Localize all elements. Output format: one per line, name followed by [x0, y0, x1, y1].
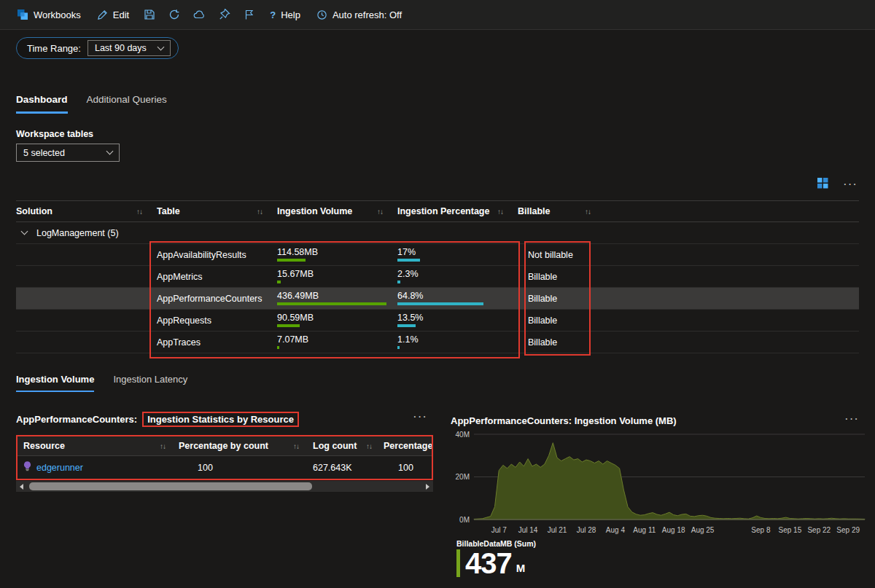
resource-link[interactable]: edgerunner: [36, 463, 83, 473]
more-menu-icon[interactable]: ···: [843, 181, 858, 188]
percentage-bar: [397, 346, 400, 349]
percentage-cell: 2.3%: [397, 266, 518, 287]
grid-icon[interactable]: [817, 178, 828, 191]
time-range-select[interactable]: Last 90 days: [88, 40, 171, 56]
log-count-cell: 627.643K: [306, 463, 382, 473]
ingestion-table: Solution ↑↓ Table ↑↓ Ingestion Volume ↑↓…: [16, 200, 859, 353]
pin-button[interactable]: [212, 0, 237, 29]
volume-panel-title: AppPerformanceCounters: Ingestion Volume…: [451, 415, 677, 426]
sort-icon[interactable]: ↑↓: [293, 442, 299, 450]
resource-title-highlight: Ingestion Statistics by Resource: [142, 412, 299, 427]
chart-legend: BillableDataMB (Sum) 437 M: [456, 539, 536, 577]
column-log-count[interactable]: Log count ↑↓: [306, 436, 382, 455]
solution-cell: [16, 288, 157, 309]
svg-text:Aug 25: Aug 25: [691, 526, 715, 534]
more-menu-icon[interactable]: ···: [413, 413, 427, 420]
workspace-tables-select[interactable]: 5 selected: [16, 144, 120, 162]
auto-refresh-button[interactable]: Auto refresh: Off: [308, 0, 410, 29]
sort-icon[interactable]: ↑↓: [377, 208, 383, 216]
sort-icon[interactable]: ↑↓: [160, 442, 166, 450]
table-row[interactable]: AppPerformanceCounters436.49MB64.8%Billa…: [16, 288, 859, 310]
more-menu-icon[interactable]: ···: [844, 415, 859, 423]
svg-text:Aug 11: Aug 11: [633, 526, 656, 534]
sort-icon[interactable]: ↑↓: [257, 208, 262, 216]
chevron-down-icon: [157, 43, 164, 50]
help-label: Help: [281, 9, 300, 20]
ingestion-table-body: AppAvailabilityResults114.58MB17%Not bil…: [16, 244, 859, 353]
resource-table: Resource ↑↓ Percentage by count ↑↓ Log c…: [16, 435, 433, 480]
tab-additional-queries[interactable]: Additional Queries: [87, 94, 167, 114]
table-name-cell: AppRequests: [157, 310, 277, 331]
refresh-button[interactable]: [162, 0, 187, 29]
scrollbar-thumb[interactable]: [29, 482, 312, 490]
section-tabs: Ingestion Volume Ingestion Latency: [16, 374, 187, 392]
billable-cell: Billable: [518, 288, 605, 309]
percentage-bar: [397, 259, 420, 262]
legend-total-value: 437: [465, 549, 512, 577]
workbooks-home-button[interactable]: Workbooks: [9, 0, 89, 29]
billable-cell: Billable: [518, 332, 605, 353]
solution-cell: [16, 244, 157, 265]
volume-bar: [277, 259, 306, 262]
scroll-left-arrow-icon[interactable]: [16, 481, 27, 492]
table-row[interactable]: AppMetrics15.67MB2.3%Billable: [16, 266, 859, 288]
percentage-cell: 64.8%: [397, 288, 518, 309]
table-row[interactable]: AppAvailabilityResults114.58MB17%Not bil…: [16, 244, 859, 266]
svg-text:Jul 21: Jul 21: [548, 526, 567, 534]
tab-ingestion-latency[interactable]: Ingestion Latency: [113, 374, 187, 392]
table-row[interactable]: AppTraces7.07MB1.1%Billable: [16, 332, 859, 353]
column-solution[interactable]: Solution ↑↓: [16, 201, 157, 222]
command-bar: Workbooks Edit: [0, 0, 875, 30]
clock-icon: [316, 9, 327, 20]
table-name-cell: AppPerformanceCounters: [157, 288, 277, 309]
workspace-tables-label: Workspace tables: [16, 129, 93, 139]
horizontal-scrollbar[interactable]: [16, 481, 433, 492]
legend-color-bar: [456, 549, 460, 577]
workbooks-label: Workbooks: [34, 9, 81, 20]
column-billable[interactable]: Billable ↑↓: [518, 201, 605, 222]
volume-bar: [277, 302, 386, 305]
billable-cell: Not billable: [518, 244, 605, 265]
percentage-value-cell: 100: [382, 463, 432, 473]
edit-button[interactable]: Edit: [89, 0, 137, 29]
group-row-logmanagement[interactable]: LogManagement (5): [16, 222, 859, 244]
pin-icon: [219, 9, 230, 20]
billable-cell: Billable: [518, 310, 605, 331]
legend-total-unit: M: [516, 562, 526, 574]
sort-icon[interactable]: ↑↓: [497, 208, 503, 216]
refresh-icon: [168, 9, 180, 20]
scroll-right-arrow-icon[interactable]: [422, 481, 433, 492]
tab-dashboard[interactable]: Dashboard: [16, 94, 68, 114]
column-percentage[interactable]: Percentage: [382, 436, 432, 455]
table-name-cell: AppTraces: [157, 332, 277, 353]
tab-ingestion-volume[interactable]: Ingestion Volume: [16, 374, 94, 392]
column-ingestion-volume[interactable]: Ingestion Volume ↑↓: [277, 201, 397, 222]
share-button[interactable]: [237, 0, 262, 29]
time-range-parameter: Time Range: Last 90 days: [16, 37, 179, 59]
column-percentage-by-count[interactable]: Percentage by count ↑↓: [174, 436, 306, 455]
percentage-bar: [397, 302, 483, 305]
sort-icon[interactable]: ↑↓: [366, 442, 372, 450]
time-range-value: Last 90 days: [95, 43, 147, 53]
svg-text:Sep 15: Sep 15: [779, 526, 802, 534]
table-row[interactable]: AppRequests90.59MB13.5%Billable: [16, 310, 859, 332]
volume-cell: 436.49MB: [277, 288, 397, 309]
svg-text:Aug 4: Aug 4: [606, 526, 626, 534]
save-button[interactable]: [137, 0, 162, 29]
svg-text:Jul 14: Jul 14: [518, 526, 538, 534]
column-ingestion-percentage[interactable]: Ingestion Percentage ↑↓: [397, 201, 518, 222]
volume-bar: [277, 281, 281, 283]
ingestion-table-header: Solution ↑↓ Table ↑↓ Ingestion Volume ↑↓…: [16, 200, 859, 222]
app-insights-lightbulb-icon: [23, 461, 31, 474]
column-table[interactable]: Table ↑↓: [157, 201, 277, 222]
svg-text:Aug 18: Aug 18: [662, 526, 685, 534]
chevron-down-icon: [21, 228, 28, 235]
workbooks-logo-icon: [17, 9, 28, 20]
help-button[interactable]: ? Help: [262, 0, 308, 29]
sort-icon[interactable]: ↑↓: [585, 208, 591, 216]
volume-bar: [277, 324, 300, 327]
sort-icon[interactable]: ↑↓: [136, 208, 142, 216]
column-resource[interactable]: Resource ↑↓: [18, 436, 174, 455]
resource-table-header: Resource ↑↓ Percentage by count ↑↓ Log c…: [18, 436, 432, 456]
cloud-save-button[interactable]: [187, 0, 212, 29]
